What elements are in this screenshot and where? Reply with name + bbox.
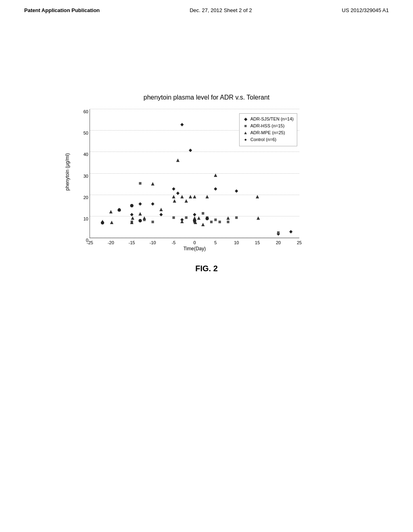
x-tick--5: -5 [172,240,176,245]
point-mpe-r2 [109,210,113,214]
point-hss-14 [277,231,280,234]
header-date-sheet: Dec. 27, 2012 Sheet 2 of 2 [190,7,252,13]
point-sjs-6 [172,187,175,191]
point-mpe-r10 [159,208,163,212]
legend-icon-hss: ■ [243,123,248,129]
point-mpe-r20 [201,223,204,227]
header-patent-number: US 2012/329045 A1 [342,7,389,13]
point-sjs-14 [289,230,292,234]
point-hss-6 [185,216,188,219]
point-mpe-r8 [143,216,146,220]
point-sjs-5 [159,213,163,216]
point-sjs-9 [189,149,192,152]
point-hss-5 [172,216,175,219]
point-sjs-12 [235,189,238,193]
point-mpe-r12 [173,199,176,203]
point-mpe-r9 [151,182,154,186]
y-axis-label: phenytoin (μg/ml) [65,153,70,191]
legend-label-sjs: ADR-SJS/TEN (n=14) [250,116,294,121]
point-ctrl-5 [193,219,196,222]
point-hss-10 [210,220,213,223]
point-ctrl-6 [205,217,209,220]
chart-title: phenytoin plasma level for ADR v.s. Tole… [144,94,269,101]
point-sjs-2 [130,213,133,216]
point-sjs-3 [138,202,142,206]
point-mpe-r3 [110,220,113,224]
point-ctrl-4 [138,219,142,222]
point-sjs-8 [180,123,184,127]
legend-icon-mpe: ▲ [243,130,248,135]
x-tick-5: 5 [214,240,217,245]
legend-icon-ctrl: ● [243,137,248,142]
point-mpe-r23 [226,216,229,220]
point-hss-11 [214,218,217,221]
legend-icon-sjs: ◆ [243,116,248,122]
chart-area: 0 10 20 30 40 50 60 -25 -20 [90,109,299,238]
point-ctrl-2 [118,208,121,212]
legend-label-hss: ADR-HSS (n=15) [250,123,285,128]
point-mpe-r7 [138,212,142,216]
point-mpe-r21 [205,195,209,199]
point-mpe-r11 [172,195,175,199]
x-tick-15: 15 [255,240,260,245]
chart-container: phenytoin (μg/ml) 0 10 20 30 40 50 [61,105,352,258]
x-tick--10: -10 [150,240,156,245]
point-ctrl-1 [101,221,104,225]
legend-item-mpe: ▲ ADR-MPE (n=25) [243,130,294,135]
point-ctrl-3 [130,204,133,208]
point-sjs-10 [193,213,196,216]
point-hss-12 [219,220,221,223]
chart-section: phenytoin plasma level for ADR v.s. Tole… [0,94,413,273]
x-tick-10: 10 [234,240,239,245]
x-axis-label: Time(Day) [184,246,206,251]
legend-label-ctrl: Control (n=6) [250,137,277,142]
point-mpe-r22 [214,174,217,177]
chart-legend: ◆ ADR-SJS/TEN (n=14) ■ ADR-HSS (n=15) ▲ … [239,113,297,146]
point-mpe-r16 [189,195,192,199]
point-mpe-r13 [176,158,179,162]
point-mpe-r14 [180,195,184,199]
header-publication: Patent Application Publication [24,7,100,13]
point-hss-15 [227,220,229,223]
point-mpe-r15 [185,199,188,203]
point-sjs-7 [176,191,179,195]
x-tick-25: 25 [297,240,302,245]
point-hss-13 [235,216,238,219]
point-mpe-r19 [197,216,200,220]
point-mpe-r17 [193,195,196,199]
legend-item-hss: ■ ADR-HSS (n=15) [243,123,294,129]
point-mpe-r6 [131,216,134,220]
legend-item-sjs: ◆ ADR-SJS/TEN (n=14) [243,116,294,122]
x-tick--20: -20 [108,240,114,245]
point-hss-2 [139,182,141,185]
point-sjs-4 [151,202,154,206]
point-sjs-11 [214,187,217,191]
point-mpe-r24 [256,195,259,199]
point-hss-8 [202,212,204,214]
point-mpe-r25 [257,216,260,220]
fig-label: FIG. 2 [195,264,218,273]
legend-item-ctrl: ● Control (n=6) [243,137,294,142]
x-tick--15: -15 [129,240,135,245]
x-tick--25: -25 [87,240,93,245]
page-header: Patent Application Publication Dec. 27, … [0,0,413,13]
x-tick-20: 20 [276,240,281,245]
x-tick-0: 0 [193,240,196,245]
point-hss-4 [152,220,154,223]
legend-label-mpe: ADR-MPE (n=25) [250,130,285,135]
